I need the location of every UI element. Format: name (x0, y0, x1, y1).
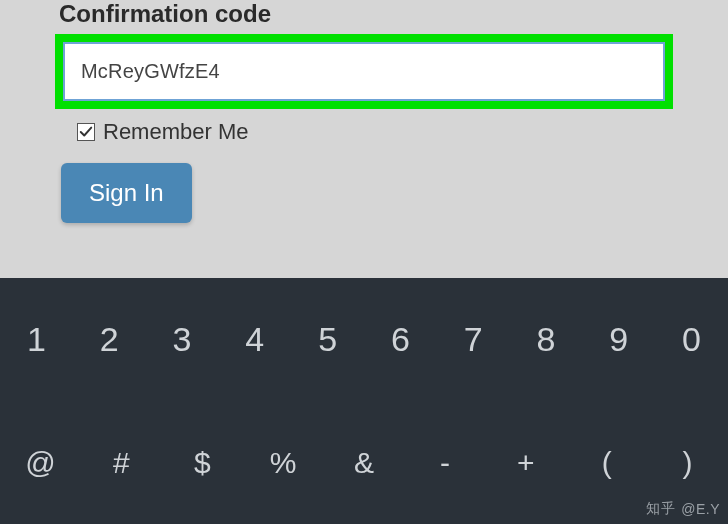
keyboard-row-symbols: @ # $ % & - + ( ) (0, 401, 728, 524)
key-ampersand[interactable]: & (324, 446, 405, 480)
on-screen-keyboard: 1 2 3 4 5 6 7 8 9 0 @ # $ % & - + ( ) (0, 278, 728, 524)
key-minus[interactable]: - (404, 446, 485, 480)
key-5[interactable]: 5 (291, 320, 364, 359)
key-0[interactable]: 0 (655, 320, 728, 359)
confirmation-code-input[interactable] (63, 42, 665, 101)
watermark: 知乎 @E.Y (646, 500, 720, 518)
key-at[interactable]: @ (0, 446, 81, 480)
key-paren-open[interactable]: ( (566, 446, 647, 480)
key-plus[interactable]: + (485, 446, 566, 480)
key-9[interactable]: 9 (582, 320, 655, 359)
key-hash[interactable]: # (81, 446, 162, 480)
input-highlight-frame (55, 34, 673, 109)
key-4[interactable]: 4 (218, 320, 291, 359)
key-8[interactable]: 8 (510, 320, 583, 359)
watermark-handle: @E.Y (681, 501, 720, 517)
key-3[interactable]: 3 (146, 320, 219, 359)
remember-me-label: Remember Me (103, 119, 248, 145)
login-form: Confirmation code Remember Me Sign In (0, 0, 728, 223)
watermark-site: 知乎 (646, 500, 675, 518)
key-2[interactable]: 2 (73, 320, 146, 359)
key-6[interactable]: 6 (364, 320, 437, 359)
remember-me-checkbox[interactable] (77, 123, 95, 141)
key-1[interactable]: 1 (0, 320, 73, 359)
remember-me-row: Remember Me (77, 119, 673, 145)
key-7[interactable]: 7 (437, 320, 510, 359)
keyboard-row-numbers: 1 2 3 4 5 6 7 8 9 0 (0, 278, 728, 401)
confirmation-code-label: Confirmation code (55, 0, 673, 28)
sign-in-button[interactable]: Sign In (61, 163, 192, 223)
key-dollar[interactable]: $ (162, 446, 243, 480)
checkmark-icon (79, 125, 93, 139)
key-percent[interactable]: % (243, 446, 324, 480)
key-paren-close[interactable]: ) (647, 446, 728, 480)
